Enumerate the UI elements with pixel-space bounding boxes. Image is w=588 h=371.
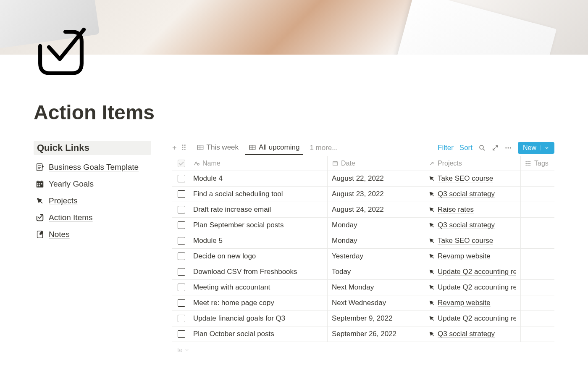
project-cell[interactable]: Take SEO course [424,171,521,186]
checkbox-cell[interactable] [172,295,189,310]
project-cell[interactable]: Revamp website [424,249,521,264]
date-cell[interactable]: Yesterday [328,249,424,264]
column-header-name[interactable]: Name [189,156,328,171]
name-cell[interactable]: Meeting with accountant [189,280,328,295]
page-title[interactable]: Action Items [34,101,554,124]
tags-cell[interactable] [521,202,554,217]
project-cell[interactable]: Q3 social strategy [424,187,521,202]
table-row[interactable]: Meeting with accountantNext MondayUpdate… [172,280,554,295]
project-cell[interactable]: Update Q2 accounting re [424,280,521,295]
column-header-tags[interactable]: Tags [521,156,554,171]
filter-button[interactable]: Filter [438,144,454,152]
tags-cell[interactable] [521,311,554,326]
date-cell[interactable]: Next Wednesday [328,295,424,310]
table-row[interactable]: Module 4August 22, 2022Take SEO course [172,171,554,187]
chevron-down-icon[interactable] [541,145,549,150]
name-cell[interactable]: Module 5 [189,233,328,248]
date-cell[interactable]: Today [328,264,424,279]
name-cell[interactable]: Decide on new logo [189,249,328,264]
date-cell[interactable]: September 9, 2022 [328,311,424,326]
tags-cell[interactable] [521,233,554,248]
checkbox-cell[interactable] [172,218,189,233]
chevron-down-icon [184,347,189,353]
project-cell[interactable]: Revamp website [424,295,521,310]
table-row[interactable]: Plan September social postsMondayQ3 soci… [172,218,554,233]
page-icon[interactable] [34,25,88,82]
project-cell[interactable]: Update Q2 accounting re [424,311,521,326]
header-checkbox-cell[interactable] [172,156,189,171]
date-cell[interactable]: Monday [328,218,424,233]
name-cell[interactable]: Update financial goals for Q3 [189,311,328,326]
checkbox-cell[interactable] [172,249,189,264]
name-cell[interactable]: Draft rate increase email [189,202,328,217]
table-row[interactable]: Plan October social postsSeptember 26, 2… [172,326,554,342]
checkbox-cell[interactable] [172,264,189,279]
column-header-date[interactable]: Date [328,156,424,171]
tags-cell[interactable] [521,264,554,279]
svg-point-11 [505,147,507,149]
checkbox-cell[interactable] [172,311,189,326]
sort-button[interactable]: Sort [459,144,472,152]
project-cell[interactable]: Take SEO course [424,233,521,248]
table-row[interactable]: Update financial goals for Q3September 9… [172,311,554,326]
checkbox-cell[interactable] [172,326,189,342]
checkbox-cell[interactable] [172,187,189,202]
click-icon [428,206,435,213]
tab-all-upcoming[interactable]: All upcoming [245,141,303,155]
tags-cell[interactable] [521,280,554,295]
tab-more[interactable]: 1 more... [306,141,341,155]
date-cell[interactable]: August 23, 2022 [328,187,424,202]
date-cell[interactable]: August 24, 2022 [328,202,424,217]
table-row[interactable]: Decide on new logoYesterdayRevamp websit… [172,249,554,264]
tags-cell[interactable] [521,295,554,310]
search-icon[interactable] [478,144,486,152]
table-row[interactable]: Meet re: home page copyNext WednesdayRev… [172,295,554,311]
name-cell[interactable]: Meet re: home page copy [189,295,328,310]
name-cell[interactable]: Find a social scheduling tool [189,187,328,202]
date-cell[interactable]: August 22, 2022 [328,171,424,186]
date-cell[interactable]: September 26, 2022 [328,326,424,342]
sidebar-item-yearly-goals[interactable]: Yearly Goals [34,177,151,191]
sidebar-item-business-goals[interactable]: Business Goals Template [34,160,151,174]
name-cell[interactable]: Plan September social posts [189,218,328,233]
checkbox-cell[interactable] [172,202,189,217]
project-cell[interactable]: Q3 social strategy [424,326,521,342]
checkbox-cell[interactable] [172,171,189,186]
drag-handle-icon[interactable]: ⠿ [181,143,186,153]
column-header-projects[interactable]: Projects [424,156,521,171]
table-row[interactable]: Module 5MondayTake SEO course [172,233,554,249]
sidebar-item-projects[interactable]: Projects [34,194,151,208]
tab-this-week[interactable]: This week [193,141,242,155]
svg-point-13 [510,147,511,149]
sidebar-item-action-items[interactable]: Action Items [34,210,151,225]
table-row[interactable]: Download CSV from FreshbooksTodayUpdate … [172,264,554,280]
table-row[interactable]: Draft rate increase emailAugust 24, 2022… [172,202,554,218]
tags-cell[interactable] [521,326,554,342]
tags-cell[interactable] [521,249,554,264]
table-footer[interactable]: te [172,342,554,358]
sidebar-item-notes[interactable]: Notes [34,227,151,242]
tags-cell[interactable] [521,187,554,202]
tags-cell[interactable] [521,218,554,233]
checkbox-cell[interactable] [172,233,189,248]
checkbox-icon [178,237,185,245]
name-cell[interactable]: Download CSV from Freshbooks [189,264,328,279]
table-row[interactable]: Find a social scheduling toolAugust 23, … [172,187,554,202]
checkbox-cell[interactable] [172,280,189,295]
more-icon[interactable] [504,144,512,152]
date-cell[interactable]: Monday [328,233,424,248]
new-button[interactable]: New [518,142,554,154]
click-icon [428,222,435,229]
project-cell[interactable]: Q3 social strategy [424,218,521,233]
name-cell[interactable]: Plan October social posts [189,326,328,342]
expand-icon[interactable] [492,145,499,151]
tags-cell[interactable] [521,171,554,186]
table-icon [197,144,204,151]
name-cell[interactable]: Module 4 [189,171,328,186]
project-cell[interactable]: Update Q2 accounting re [424,264,521,279]
date-cell[interactable]: Next Monday [328,280,424,295]
add-view-icon[interactable]: + [172,144,177,153]
click-icon [428,268,435,275]
svg-rect-3 [39,183,40,184]
project-cell[interactable]: Raise rates [424,202,521,217]
